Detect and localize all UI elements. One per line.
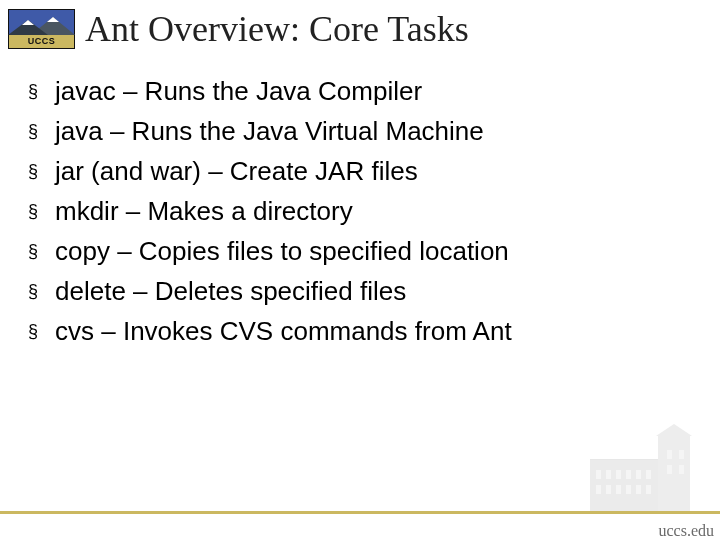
bullet-icon: § <box>28 315 40 347</box>
slide: UCCS Ant Overview: Core Tasks § javac – … <box>0 0 720 540</box>
list-item: § jar (and war) – Create JAR files <box>28 155 700 188</box>
list-item-text: copy – Copies files to specified locatio… <box>55 235 509 268</box>
list-item: § cvs – Invokes CVS commands from Ant <box>28 315 700 348</box>
bullet-icon: § <box>28 115 40 147</box>
bullet-list: § javac – Runs the Java Compiler § java … <box>28 75 700 355</box>
list-item: § delete – Deletes specified files <box>28 275 700 308</box>
bullet-icon: § <box>28 155 40 187</box>
list-item: § copy – Copies files to specified locat… <box>28 235 700 268</box>
logo-text: UCCS <box>9 35 74 48</box>
bullet-icon: § <box>28 235 40 267</box>
list-item-text: jar (and war) – Create JAR files <box>55 155 418 188</box>
list-item-text: java – Runs the Java Virtual Machine <box>55 115 484 148</box>
building-graphic <box>570 424 690 514</box>
bullet-icon: § <box>28 195 40 227</box>
list-item-text: delete – Deletes specified files <box>55 275 406 308</box>
list-item: § java – Runs the Java Virtual Machine <box>28 115 700 148</box>
footer-url: uccs.edu <box>658 522 714 540</box>
bullet-icon: § <box>28 275 40 307</box>
slide-title: Ant Overview: Core Tasks <box>85 8 469 50</box>
list-item-text: javac – Runs the Java Compiler <box>55 75 422 108</box>
footer: uccs.edu <box>0 514 720 540</box>
list-item: § mkdir – Makes a directory <box>28 195 700 228</box>
list-item-text: cvs – Invokes CVS commands from Ant <box>55 315 512 348</box>
list-item: § javac – Runs the Java Compiler <box>28 75 700 108</box>
slide-header: UCCS Ant Overview: Core Tasks <box>8 8 712 50</box>
bullet-icon: § <box>28 75 40 107</box>
list-item-text: mkdir – Makes a directory <box>55 195 353 228</box>
uccs-logo: UCCS <box>8 9 75 49</box>
